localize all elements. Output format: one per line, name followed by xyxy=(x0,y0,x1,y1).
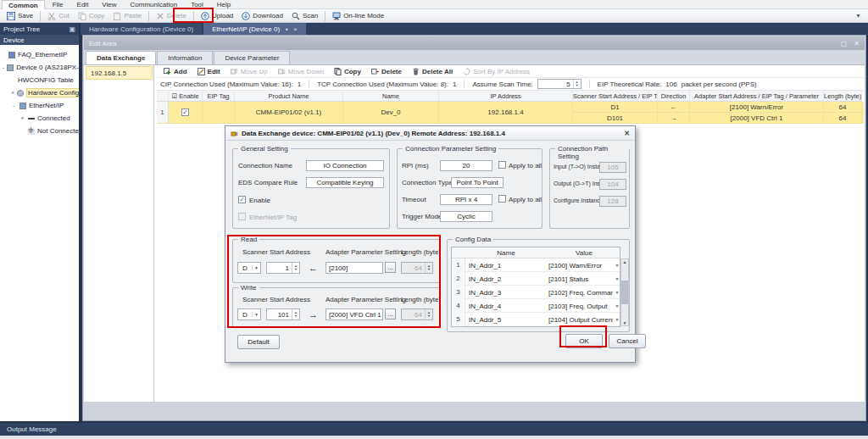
tree-item-hwconfig-table[interactable]: HWCONFIG Table xyxy=(0,74,79,86)
move-up-button[interactable]: Move Up xyxy=(227,68,271,75)
eds-compare-rule-input[interactable]: Compatible Keying xyxy=(306,177,384,188)
scan-button[interactable]: Scan xyxy=(287,10,322,22)
write-address-spinner[interactable]: 101▲▼ xyxy=(266,308,300,320)
gear-icon xyxy=(17,90,24,97)
read-group: Read xyxy=(232,239,441,283)
tree-item-not-connected[interactable]: ⁜ Not Connected xyxy=(0,125,79,137)
output-message-bar[interactable]: Output Message xyxy=(0,423,868,436)
expand-expander[interactable]: + xyxy=(11,90,14,96)
copy-row-button[interactable]: Copy xyxy=(331,68,364,75)
header-direction: Direction xyxy=(658,91,690,102)
delete-row-button[interactable]: Delete xyxy=(368,68,405,75)
menu-file[interactable]: File xyxy=(47,0,70,9)
collapse-expander[interactable]: - xyxy=(3,64,4,70)
write-scanner-start-label: Scanner Start Address xyxy=(242,296,310,303)
menu-view[interactable]: View xyxy=(96,0,122,9)
tab-device-parameter[interactable]: Device Parameter xyxy=(214,51,290,64)
menu-help[interactable]: Help xyxy=(211,0,236,9)
read-browse-button[interactable]: ... xyxy=(385,262,396,273)
config-row[interactable]: 4 IN_Addr_4 [2103] Freq. Output ▼ xyxy=(452,299,620,313)
enable-cell[interactable]: ✓ xyxy=(169,102,203,124)
timeout-apply-all-checkbox[interactable] xyxy=(498,195,506,203)
rpi-input[interactable]: 20 xyxy=(440,160,492,171)
group-title: Read xyxy=(238,236,259,243)
pin-icon[interactable]: ▪ xyxy=(286,25,288,33)
tree-item-faq-ethernetip[interactable]: FAQ_EthernetIP xyxy=(0,48,79,61)
collapse-expander[interactable]: - xyxy=(11,103,17,108)
config-row[interactable]: 5 IN_Addr_5 [2104] Output Current ▼ xyxy=(452,313,620,326)
spinner-arrows[interactable]: ▲▼ xyxy=(573,80,581,88)
tree-item-ethernet-ip[interactable]: - EtherNet/IP xyxy=(0,99,79,112)
tree-item-connected[interactable]: + Connected xyxy=(0,112,79,125)
upload-button[interactable]: Upload xyxy=(197,10,237,22)
tree-item-device0[interactable]: - Device 0 (AS218PX-A) xyxy=(0,61,79,74)
read-device-select[interactable]: D▼ xyxy=(237,262,261,274)
paste-button[interactable]: Paste xyxy=(108,10,145,22)
tab-data-exchange[interactable]: Data Exchange xyxy=(86,51,156,64)
read-address-spinner[interactable]: 1▲▼ xyxy=(266,262,300,274)
timeout-input[interactable]: RPI x 4 xyxy=(440,194,492,205)
write-device-select[interactable]: D▼ xyxy=(237,308,261,320)
ethernet-ip-tag-checkbox[interactable] xyxy=(238,213,246,220)
edit-button[interactable]: Edit xyxy=(194,68,224,75)
scanner-start-cell: D1D101 xyxy=(573,102,658,124)
scroll-up-icon[interactable]: ▲ xyxy=(623,259,627,264)
tab-hardware-configuration[interactable]: Hardware Configuration (Device 0) xyxy=(81,23,202,35)
save-button[interactable]: Save xyxy=(3,10,37,22)
config-row[interactable]: 2 IN_Addr_2 [2101] Status ▼ xyxy=(452,272,620,286)
move-down-button[interactable]: Move Down xyxy=(275,68,327,75)
configure-instance-label: Configure Instance xyxy=(554,197,604,203)
expand-expander[interactable]: + xyxy=(19,115,25,121)
menu-common[interactable]: Common xyxy=(2,0,45,9)
copy-button[interactable]: Copy xyxy=(74,10,109,22)
dialog-titlebar[interactable]: Data Exchange device: CMM-EIP01/02 (v1.1… xyxy=(225,126,635,141)
delete-button[interactable]: Delete xyxy=(152,10,191,22)
assume-scan-time-input[interactable]: 5 ▲▼ xyxy=(537,79,581,89)
add-icon xyxy=(164,68,171,75)
scan-icon xyxy=(292,12,300,20)
scroll-thumb[interactable] xyxy=(621,281,628,304)
online-mode-button[interactable]: On-line Mode xyxy=(328,10,388,22)
tab-information[interactable]: Information xyxy=(157,51,213,64)
config-row[interactable]: 1 IN_Addr_1 [2100] Warn/Error ▼ xyxy=(452,258,620,272)
download-button[interactable]: Download xyxy=(237,10,287,22)
menu-tool[interactable]: Tool xyxy=(185,0,209,9)
toolbar-overflow-chevron-icon[interactable]: ▼ xyxy=(855,13,861,19)
enable-checkbox[interactable]: ✓ xyxy=(238,196,246,203)
add-button[interactable]: Add xyxy=(160,68,191,75)
menu-edit[interactable]: Edit xyxy=(71,0,95,9)
connection-name-input[interactable]: IO Connection xyxy=(306,160,384,171)
tab-ethernet-ip[interactable]: EtherNet/IP (Device 0) ▪ × xyxy=(203,23,305,35)
cip-used-value: 1 xyxy=(298,81,301,88)
config-scrollbar[interactable]: ▲ ▼ xyxy=(620,258,629,326)
delete-all-button[interactable]: Delete All xyxy=(409,68,456,75)
read-scanner-start-label: Scanner Start Address xyxy=(242,248,310,256)
enable-checkbox[interactable]: ✓ xyxy=(181,108,189,116)
trigger-mode-input[interactable]: Cyclic xyxy=(440,211,492,222)
config-row[interactable]: 3 IN_Addr_3 [2102] Freq. Command ▼ xyxy=(452,286,620,299)
move-up-icon xyxy=(231,68,238,75)
rpi-apply-all-checkbox[interactable] xyxy=(498,161,506,169)
close-icon[interactable]: ✕ xyxy=(854,40,860,47)
project-tree-root[interactable]: Device xyxy=(0,35,79,45)
connection-type-input[interactable]: Point To Point xyxy=(451,177,504,188)
timeout-label: Timeout xyxy=(402,196,426,203)
pin-icon[interactable]: ▣ xyxy=(69,25,75,33)
maximize-icon[interactable]: ▢ xyxy=(841,40,848,47)
close-icon[interactable]: ✕ xyxy=(624,130,630,137)
menu-communication[interactable]: Communication xyxy=(125,0,184,9)
ip-list-item[interactable]: 192.168.1.5 xyxy=(86,66,153,80)
cancel-button[interactable]: Cancel xyxy=(609,334,646,348)
read-adapter-param-input[interactable]: [2100] Warn/Error xyxy=(326,262,383,274)
disconnected-icon: ⁜ xyxy=(28,128,35,135)
close-icon[interactable]: × xyxy=(293,25,298,33)
tree-item-hardware-configuration[interactable]: + Hardware Configuration xyxy=(0,86,79,99)
write-browse-button[interactable]: ... xyxy=(385,308,396,320)
table-row[interactable]: 1 ✓ CMM-EIP01/02 (v1.1) Dev_0 192.168.1.… xyxy=(157,102,864,124)
sort-by-ip-button[interactable]: Sort By IP Address xyxy=(459,68,533,75)
default-button[interactable]: Default xyxy=(237,335,280,349)
cut-button[interactable]: Cut xyxy=(43,10,73,22)
scroll-down-icon[interactable]: ▼ xyxy=(623,320,627,325)
write-adapter-param-input[interactable]: [2000] VFD Ctrl 1 xyxy=(326,308,383,320)
ok-button[interactable]: OK xyxy=(565,334,603,348)
